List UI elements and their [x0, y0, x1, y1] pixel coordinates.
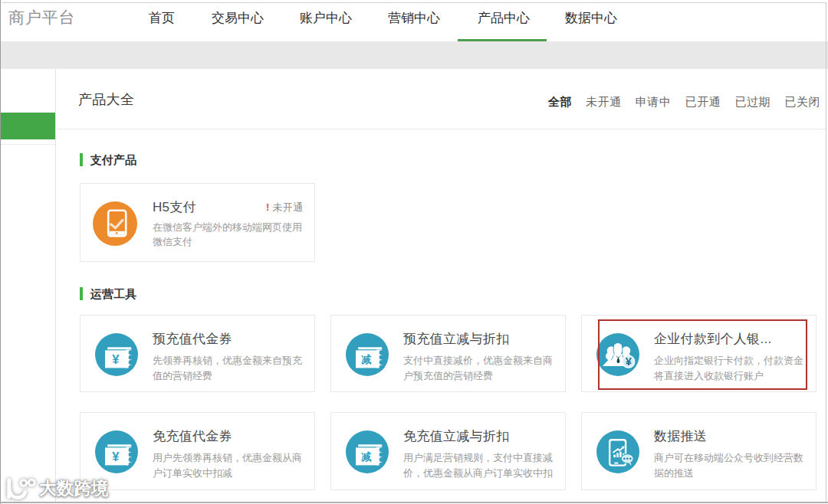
svg-text:¥: ¥ — [112, 352, 120, 366]
svg-text:¥: ¥ — [112, 450, 120, 463]
svg-text:减: 减 — [361, 354, 372, 365]
svg-text:减: 减 — [361, 451, 372, 463]
